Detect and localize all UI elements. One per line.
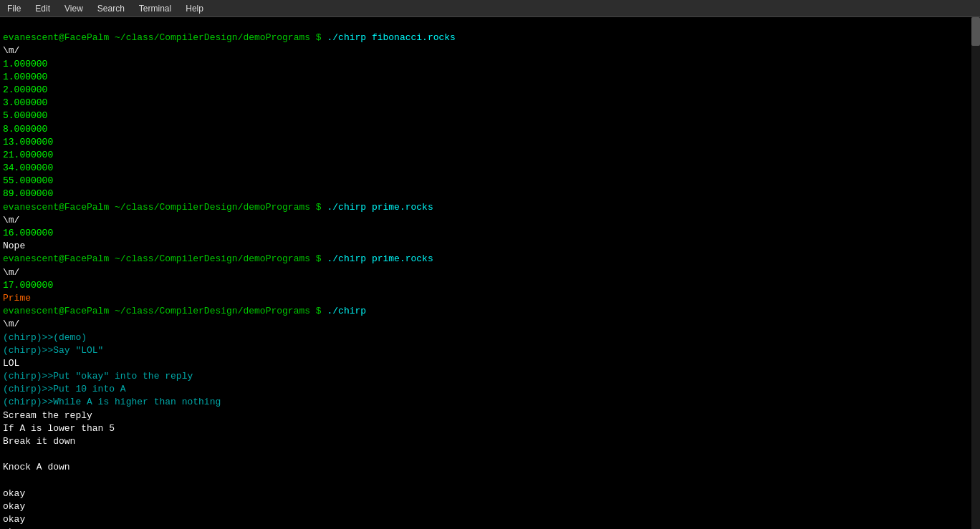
scrollbar-thumb[interactable] [971, 17, 980, 46]
menu-terminal[interactable]: Terminal [135, 2, 176, 15]
menu-file[interactable]: File [3, 2, 25, 15]
scrollbar[interactable] [971, 17, 980, 529]
menu-view[interactable]: View [60, 2, 87, 15]
menu-help[interactable]: Help [181, 2, 208, 15]
menu-search[interactable]: Search [93, 2, 129, 15]
terminal-window[interactable]: evanescent@FacePalm ~/class/CompilerDesi… [0, 17, 980, 529]
menu-edit[interactable]: Edit [31, 2, 54, 15]
menu-bar: File Edit View Search Terminal Help [0, 0, 980, 17]
terminal-output: evanescent@FacePalm ~/class/CompilerDesi… [3, 19, 977, 529]
